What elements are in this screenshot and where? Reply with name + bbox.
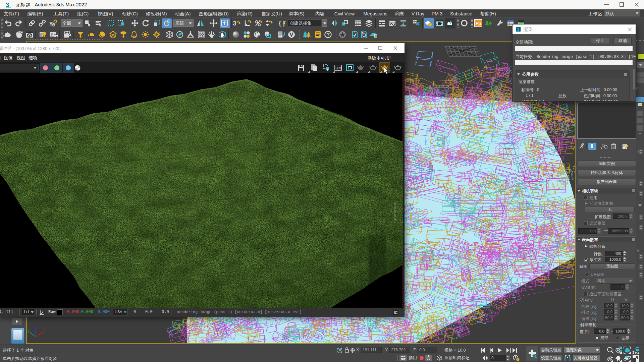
svg-text:Fp: Fp	[476, 21, 481, 26]
svg-text:3: 3	[517, 27, 519, 32]
svg-text:?: ?	[327, 32, 330, 37]
svg-text:50%: 50%	[335, 66, 342, 70]
svg-text:3: 3	[233, 20, 236, 27]
svg-text:3: 3	[6, 1, 9, 8]
svg-text:y: y	[28, 328, 30, 333]
svg-text:x: x	[42, 327, 44, 332]
svg-text:z: z	[36, 323, 38, 328]
